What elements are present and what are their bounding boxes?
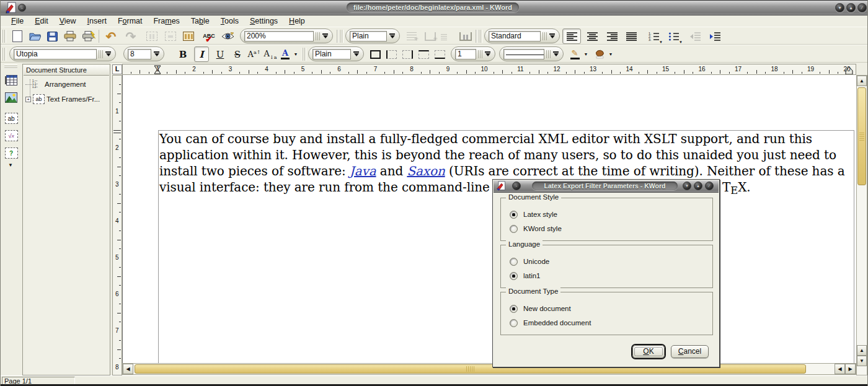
zoom-combobox[interactable]: 200% [240,29,333,43]
print-button[interactable] [61,29,79,44]
dialog-close-button[interactable]: ∕ [705,182,714,190]
scroll-up-button[interactable]: ▲ [857,76,867,86]
fill-color-button[interactable] [592,46,607,62]
border-outline-button[interactable] [368,46,383,62]
radio-latin1[interactable] [510,272,518,280]
document-text-line[interactable]: You can of course buy and install a full… [159,131,856,147]
scroll-right-button[interactable]: ▶ [845,364,856,374]
insert-formula-button[interactable]: √x [3,128,19,144]
chevron-down-icon[interactable] [388,33,396,38]
tex-logo-text[interactable]: TEX. [722,179,772,196]
decrease-indent-button[interactable] [686,29,704,44]
saxon-link[interactable]: Saxon [407,164,445,178]
toolbar-handle[interactable] [2,30,6,43]
undo-button[interactable]: ↶ [102,29,120,44]
insert-text-frame-button[interactable]: ab [3,110,19,126]
menu-settings[interactable]: Settings [244,17,283,25]
paragraph-style-combobox[interactable]: Plain [345,29,400,43]
fill-color-dropdown[interactable]: ▼ [607,46,614,62]
border-width-combobox[interactable]: 1 [451,46,495,61]
dialog-minimize-button[interactable]: ▾ [683,182,691,190]
radio-row-latin1[interactable]: latin1 [510,271,541,281]
maximize-button[interactable]: ▴ [846,3,856,12]
chevron-down-icon[interactable] [153,51,161,56]
border-style-combobox[interactable] [499,46,564,61]
frame-tool-button-1[interactable] [143,29,161,44]
pen-color-dropdown[interactable]: ▼ [582,46,590,62]
subscript-button[interactable]: A↓a [262,46,278,62]
radio-row-unicode[interactable]: Unicode [510,257,549,266]
chevron-down-icon[interactable] [321,33,329,38]
save-button[interactable] [44,29,60,44]
border-left-button[interactable] [384,46,399,62]
dialog-sticky-button[interactable]: - [512,182,521,190]
font-color-dropdown[interactable]: ▼ [292,46,299,62]
border-bottom-button[interactable] [432,46,447,62]
radio-new-document[interactable] [510,305,518,313]
align-left-button[interactable] [562,29,581,44]
chevron-down-icon[interactable] [484,51,492,56]
vertical-scrollbar[interactable]: ▲ ▲ ▼ [856,75,867,375]
scroll-left-button-2[interactable]: ◀ [835,364,845,374]
document-text-line[interactable]: install two pieces of software: Java and… [159,163,856,179]
toolbar-overflow-arrow-icon[interactable]: ▼ [8,162,13,168]
chevron-down-icon[interactable] [552,51,560,56]
radio-label[interactable]: Latex style [523,211,557,218]
increase-indent-button[interactable] [706,29,724,44]
strikethrough-button[interactable]: S [230,46,245,62]
radio-latex-style[interactable] [510,211,518,219]
menu-frames[interactable]: Frames [148,17,185,25]
tree-item-text-frames[interactable]: + ab Text Frames/Fr... [25,94,100,104]
dialog-title[interactable]: Latex Export Filter Parameters - KWord [532,182,678,190]
redo-button[interactable]: ↷ [122,29,140,44]
frame-tool-button-3[interactable] [180,29,197,44]
insert-footnote-button[interactable]: ✳ [404,29,420,44]
radio-label[interactable]: Unicode [523,258,549,265]
toolbar-handle[interactable] [339,30,343,43]
scroll-up-button-2[interactable]: ▲ [857,345,867,356]
font-family-combobox[interactable]: Utopia [9,46,116,61]
bullet-list-button[interactable]: ▼ [665,29,683,44]
align-center-button[interactable] [583,29,601,44]
menu-table[interactable]: Table [185,17,215,25]
insert-picture-button[interactable] [3,89,19,105]
border-top-button[interactable] [416,46,431,62]
menu-tools[interactable]: Tools [215,17,244,25]
tree-expander-icon[interactable]: + [25,97,31,102]
close-button[interactable]: ∕ [857,3,867,12]
numbered-list-button[interactable]: 1.2.3. ▼ [645,29,663,44]
insert-columns-button[interactable] [457,29,474,44]
chevron-down-icon[interactable]: ▼ [679,40,683,44]
toolbar-handle[interactable] [302,48,306,61]
font-size-combobox[interactable]: 8 [123,46,164,61]
toolbar-handle[interactable] [4,64,17,69]
ok-button[interactable]: OK [632,345,665,358]
radio-label[interactable]: Embedded document [523,319,591,327]
font-color-button[interactable]: A [278,46,292,62]
align-justify-button[interactable] [622,29,640,44]
vertical-ruler[interactable]: 12345678 [112,75,122,375]
radio-row-new-document[interactable]: New document [510,304,571,314]
toolbar-handle[interactable] [2,48,6,61]
radio-row-latex-style[interactable]: Latex style [510,209,557,219]
scroll-left-button[interactable]: ◀ [123,364,133,374]
view-button[interactable] [219,29,236,44]
radio-label[interactable]: latin1 [523,272,541,279]
chevron-down-icon[interactable]: ▼ [659,40,663,44]
vertical-scrollbar-thumb[interactable] [857,87,866,185]
document-canvas[interactable]: You can of course buy and install a full… [122,75,856,363]
spellcheck-button[interactable]: ABC✔ [200,29,218,44]
chevron-down-icon[interactable] [352,51,360,56]
menu-help[interactable]: Help [283,17,311,25]
minimize-button[interactable]: ▾ [835,3,844,12]
cancel-button[interactable]: Cancel [671,345,709,358]
italic-button[interactable]: I [194,46,209,62]
insert-endnote-button[interactable]: ✳ [422,29,438,44]
menu-insert[interactable]: Insert [82,17,112,25]
underline-button[interactable]: U [213,46,228,62]
title-bar[interactable]: - file:/home/peter/doc/beginlatex/para.x… [1,0,867,15]
align-right-button[interactable] [603,29,621,44]
radio-row-kword-style[interactable]: KWord style [510,224,562,234]
border-right-button[interactable] [400,46,415,62]
insert-contents-button[interactable] [438,29,450,44]
